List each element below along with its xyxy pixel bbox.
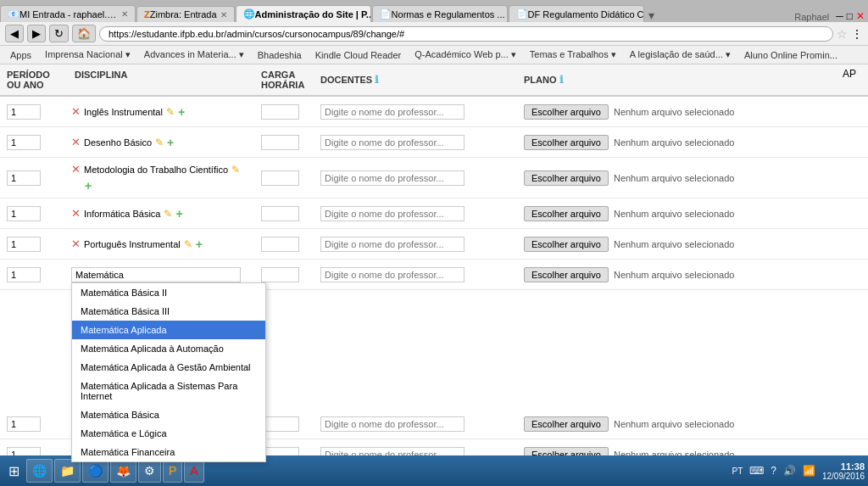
forward-button[interactable]: ▶ bbox=[27, 25, 46, 42]
carga-input-2[interactable] bbox=[261, 135, 299, 150]
taskbar-help-icon[interactable]: ? bbox=[771, 465, 776, 477]
add-icon-3[interactable]: + bbox=[85, 179, 251, 193]
dropdown-item-matematica-aplicada[interactable]: Matemática Aplicada bbox=[72, 321, 265, 339]
bm-legislacao[interactable]: A legislação de saúd... ▾ bbox=[625, 47, 736, 62]
bm-kindle[interactable]: Kindle Cloud Reader bbox=[310, 48, 407, 62]
dropdown-item-matematica-logica[interactable]: Matemática e Lógica bbox=[72, 424, 265, 443]
dropdown-item-matematica-basica-iii[interactable]: Matemática Básica III bbox=[72, 302, 265, 321]
periodo-input-3[interactable] bbox=[7, 170, 41, 186]
edit-icon-3[interactable]: ✎ bbox=[231, 164, 240, 176]
address-input[interactable] bbox=[99, 26, 833, 42]
dropdown-item-matematica-financeira[interactable]: Matemática Financeira bbox=[72, 443, 265, 461]
tab-zimbra[interactable]: Z Zimbra: Entrada ✕ bbox=[136, 6, 235, 22]
carga-input-4[interactable] bbox=[261, 206, 299, 221]
add-icon-2[interactable]: + bbox=[167, 136, 174, 149]
taskbar-network-icon[interactable]: 📶 bbox=[803, 465, 815, 477]
minimize-button[interactable]: ─ bbox=[836, 10, 847, 22]
dropdown-item-matematica-aplicada-sistemas[interactable]: Matemática Aplicada a Sistemas Para Inte… bbox=[72, 377, 265, 405]
carga-input-6[interactable] bbox=[261, 267, 299, 282]
edit-icon-5[interactable]: ✎ bbox=[184, 238, 192, 250]
bm-advances[interactable]: Advances in Materia... ▾ bbox=[139, 47, 249, 62]
taskbar-chrome[interactable]: 🔵 bbox=[82, 459, 108, 483]
dropdown-item-matematica-basica[interactable]: Matemática Básica bbox=[72, 405, 265, 424]
carga-input-3[interactable] bbox=[261, 170, 299, 186]
edit-icon-1[interactable]: ✎ bbox=[166, 106, 175, 118]
taskbar-powerpoint[interactable]: P bbox=[163, 459, 182, 483]
taskbar-acrobat[interactable]: A bbox=[184, 459, 203, 483]
taskbar-speaker-icon[interactable]: 🔊 bbox=[783, 465, 796, 477]
docentes-info-icon[interactable]: ℹ bbox=[375, 74, 379, 86]
dropdown-item-matematica-basica-ii[interactable]: Matemática Básica II bbox=[72, 283, 265, 302]
professor-input-1[interactable] bbox=[320, 104, 465, 120]
bm-qacademico[interactable]: Q-Académico Web p... ▾ bbox=[409, 47, 521, 62]
add-icon-4[interactable]: + bbox=[175, 207, 182, 221]
refresh-button[interactable]: ↻ bbox=[49, 25, 69, 42]
add-icon-5[interactable]: + bbox=[196, 237, 203, 251]
professor-input-7[interactable] bbox=[320, 416, 465, 432]
taskbar-explorer[interactable]: 📁 bbox=[54, 459, 81, 483]
disc-badge-5: ✕ bbox=[71, 237, 81, 250]
taskbar-ie[interactable]: 🌐 bbox=[26, 459, 53, 483]
home-button[interactable]: 🏠 bbox=[72, 25, 96, 42]
periodo-input-7[interactable] bbox=[7, 416, 41, 432]
bm-bhadeshia[interactable]: Bhadeshia bbox=[253, 48, 307, 62]
edit-icon-4[interactable]: ✎ bbox=[164, 208, 172, 220]
professor-input-4[interactable] bbox=[320, 206, 465, 221]
table-row: ✕ Desenho Básico ✎ + Escolher arquivo Ne… bbox=[0, 127, 868, 158]
periodo-input-1[interactable] bbox=[7, 104, 41, 120]
professor-input-5[interactable] bbox=[320, 237, 465, 252]
bm-imprensa[interactable]: Imprensa Nacional ▾ bbox=[40, 47, 136, 62]
dropdown-item-matematica-aplicada-automacao[interactable]: Matemática Aplicada à Automação bbox=[72, 339, 265, 358]
tab-zimbra-icon: Z bbox=[144, 9, 150, 20]
cell-carga-5 bbox=[254, 235, 314, 254]
professor-input-2[interactable] bbox=[320, 135, 465, 150]
periodo-input-4[interactable] bbox=[7, 206, 41, 221]
back-button[interactable]: ◀ bbox=[5, 25, 24, 42]
periodo-input-6[interactable] bbox=[7, 267, 41, 282]
taskbar-chrome2[interactable]: ⚙ bbox=[138, 459, 161, 483]
add-icon-1[interactable]: + bbox=[178, 105, 185, 119]
dropdown-item-matematica-aplicada-gestao[interactable]: Matemática Aplicada à Gestão Ambiental bbox=[72, 358, 265, 377]
tab-regulamento[interactable]: 📄 DF Regulamento Didático C... ✕ bbox=[509, 5, 644, 22]
taskbar-start[interactable]: ⊞ bbox=[3, 459, 25, 483]
close-button[interactable]: ✕ bbox=[856, 10, 868, 22]
cell-disciplina-1: ✕ Inglês Instrumental ✎ + bbox=[68, 103, 254, 120]
bm-temas[interactable]: Temas e Trabalhos ▾ bbox=[525, 47, 621, 62]
carga-input-5[interactable] bbox=[261, 237, 299, 252]
tab-zimbra-close[interactable]: ✕ bbox=[220, 10, 227, 20]
choose-file-btn-5[interactable]: Escolher arquivo bbox=[524, 237, 609, 252]
choose-file-btn-4[interactable]: Escolher arquivo bbox=[524, 206, 609, 221]
settings-icon[interactable]: ⋮ bbox=[851, 27, 863, 41]
taskbar-firefox[interactable]: 🦊 bbox=[110, 459, 136, 483]
maximize-button[interactable]: □ bbox=[847, 10, 856, 22]
choose-file-btn-2[interactable]: Escolher arquivo bbox=[524, 135, 609, 150]
edit-icon-2[interactable]: ✎ bbox=[155, 137, 164, 148]
tab-normas[interactable]: 📄 Normas e Regulamentos ... ✕ bbox=[372, 5, 508, 22]
col-header-plano: PLANO ℹ bbox=[517, 68, 843, 92]
choose-file-btn-6[interactable]: Escolher arquivo bbox=[524, 267, 609, 282]
new-tab-button[interactable]: ▾ bbox=[648, 8, 654, 22]
periodo-input-2[interactable] bbox=[7, 135, 41, 150]
cell-plano-5: Escolher arquivo Nenhum arquivo selecion… bbox=[517, 235, 868, 254]
cell-carga-2 bbox=[254, 133, 314, 152]
cell-periodo-2 bbox=[0, 133, 68, 152]
tab-admin-label: Administração do Site | P... bbox=[255, 9, 371, 20]
bookmark-star[interactable]: ☆ bbox=[837, 27, 848, 41]
carga-input-7[interactable] bbox=[261, 416, 299, 432]
table-row: ✕ Inglês Instrumental ✎ + Escolher arqui… bbox=[0, 97, 868, 127]
choose-file-btn-1[interactable]: Escolher arquivo bbox=[524, 104, 609, 120]
choose-file-btn-7[interactable]: Escolher arquivo bbox=[524, 416, 609, 432]
choose-file-btn-3[interactable]: Escolher arquivo bbox=[524, 170, 609, 186]
bm-apps[interactable]: Apps bbox=[5, 48, 36, 62]
plano-info-icon[interactable]: ℹ bbox=[559, 74, 564, 86]
cell-plano-2: Escolher arquivo Nenhum arquivo selecion… bbox=[517, 133, 868, 152]
carga-input-1[interactable] bbox=[261, 104, 299, 120]
periodo-input-5[interactable] bbox=[7, 237, 41, 252]
tab-admin[interactable]: 🌐 Administração do Site | P... ✕ bbox=[236, 5, 371, 22]
professor-input-6[interactable] bbox=[320, 267, 465, 282]
tab-email[interactable]: 📧 MI Entrada - raphael.engme ✕ bbox=[0, 5, 136, 22]
tab-email-close[interactable]: ✕ bbox=[121, 9, 128, 19]
bm-aluno[interactable]: Aluno Online Promin... bbox=[739, 48, 843, 62]
professor-input-3[interactable] bbox=[320, 170, 465, 186]
disciplina-search-input[interactable] bbox=[71, 267, 241, 282]
